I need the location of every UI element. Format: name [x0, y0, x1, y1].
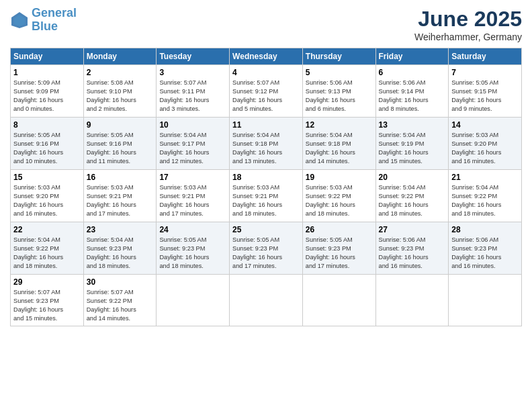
day-info: Sunrise: 5:05 AM Sunset: 9:23 PM Dayligh…: [232, 236, 300, 271]
day-number: 18: [232, 173, 300, 182]
day-info: Sunrise: 5:09 AM Sunset: 9:09 PM Dayligh…: [13, 79, 81, 113]
calendar-day-cell: 7Sunrise: 5:05 AM Sunset: 9:15 PM Daylig…: [449, 65, 522, 118]
logo-general: General: [32, 6, 77, 19]
day-info: Sunrise: 5:06 AM Sunset: 9:23 PM Dayligh…: [451, 236, 519, 271]
day-info: Sunrise: 5:04 AM Sunset: 9:19 PM Dayligh…: [379, 131, 446, 166]
calendar-day-cell: 15Sunrise: 5:03 AM Sunset: 9:20 PM Dayli…: [11, 170, 84, 222]
day-info: Sunrise: 5:05 AM Sunset: 9:23 PM Dayligh…: [306, 236, 373, 271]
day-number: 19: [306, 173, 373, 182]
calendar-day-cell: [449, 275, 522, 326]
calendar-day-cell: [302, 275, 375, 326]
calendar-day-cell: 10Sunrise: 5:04 AM Sunset: 9:17 PM Dayli…: [157, 118, 230, 170]
day-info: Sunrise: 5:03 AM Sunset: 9:20 PM Dayligh…: [451, 131, 519, 166]
location: Weiherhammer, Germany: [414, 32, 522, 42]
header-thursday: Thursday: [302, 48, 375, 65]
day-number: 25: [232, 225, 300, 234]
day-number: 14: [451, 120, 519, 130]
calendar-day-cell: [157, 275, 230, 326]
day-info: Sunrise: 5:04 AM Sunset: 9:17 PM Dayligh…: [159, 131, 226, 166]
day-number: 23: [87, 225, 154, 234]
calendar-day-cell: 8Sunrise: 5:05 AM Sunset: 9:16 PM Daylig…: [11, 118, 84, 170]
calendar-day-cell: 25Sunrise: 5:05 AM Sunset: 9:23 PM Dayli…: [230, 222, 303, 275]
day-info: Sunrise: 5:03 AM Sunset: 9:21 PM Dayligh…: [159, 183, 226, 218]
calendar-day-cell: 22Sunrise: 5:04 AM Sunset: 9:22 PM Dayli…: [11, 222, 84, 275]
day-number: 29: [13, 277, 81, 287]
calendar-day-cell: 4Sunrise: 5:07 AM Sunset: 9:12 PM Daylig…: [230, 65, 303, 118]
header-wednesday: Wednesday: [230, 48, 303, 65]
calendar-day-cell: [375, 275, 449, 326]
day-number: 6: [379, 68, 446, 77]
calendar-day-cell: 18Sunrise: 5:03 AM Sunset: 9:21 PM Dayli…: [230, 170, 303, 222]
logo-icon: [10, 11, 29, 30]
calendar-day-cell: 27Sunrise: 5:06 AM Sunset: 9:23 PM Dayli…: [375, 222, 449, 275]
calendar-day-cell: 21Sunrise: 5:04 AM Sunset: 9:22 PM Dayli…: [449, 170, 522, 222]
day-info: Sunrise: 5:05 AM Sunset: 9:23 PM Dayligh…: [159, 236, 226, 271]
calendar-week-row: 1Sunrise: 5:09 AM Sunset: 9:09 PM Daylig…: [11, 65, 522, 118]
day-number: 10: [159, 120, 226, 130]
calendar-week-row: 15Sunrise: 5:03 AM Sunset: 9:20 PM Dayli…: [11, 170, 522, 222]
calendar-week-row: 22Sunrise: 5:04 AM Sunset: 9:22 PM Dayli…: [11, 222, 522, 275]
calendar-day-cell: 3Sunrise: 5:07 AM Sunset: 9:11 PM Daylig…: [157, 65, 230, 118]
weekday-header-row: Sunday Monday Tuesday Wednesday Thursday…: [11, 48, 522, 65]
day-number: 22: [13, 225, 81, 234]
day-number: 11: [232, 120, 300, 130]
day-number: 20: [379, 173, 446, 182]
calendar-day-cell: 13Sunrise: 5:04 AM Sunset: 9:19 PM Dayli…: [375, 118, 449, 170]
calendar-week-row: 29Sunrise: 5:07 AM Sunset: 9:23 PM Dayli…: [11, 275, 522, 326]
logo-blue: Blue: [32, 19, 58, 33]
day-info: Sunrise: 5:05 AM Sunset: 9:16 PM Dayligh…: [13, 131, 81, 166]
calendar-day-cell: 30Sunrise: 5:07 AM Sunset: 9:22 PM Dayli…: [83, 275, 157, 326]
header-sunday: Sunday: [11, 48, 84, 65]
day-number: 13: [379, 120, 446, 130]
day-info: Sunrise: 5:04 AM Sunset: 9:18 PM Dayligh…: [306, 131, 373, 166]
calendar-day-cell: 12Sunrise: 5:04 AM Sunset: 9:18 PM Dayli…: [302, 118, 375, 170]
calendar-day-cell: 5Sunrise: 5:06 AM Sunset: 9:13 PM Daylig…: [302, 65, 375, 118]
calendar-day-cell: 1Sunrise: 5:09 AM Sunset: 9:09 PM Daylig…: [11, 65, 84, 118]
title-area: June 2025 Weiherhammer, Germany: [414, 7, 522, 42]
day-info: Sunrise: 5:04 AM Sunset: 9:22 PM Dayligh…: [379, 183, 446, 218]
day-info: Sunrise: 5:03 AM Sunset: 9:22 PM Dayligh…: [306, 183, 373, 218]
day-info: Sunrise: 5:04 AM Sunset: 9:22 PM Dayligh…: [13, 236, 81, 271]
day-number: 24: [159, 225, 226, 234]
day-number: 15: [13, 173, 81, 182]
calendar-week-row: 8Sunrise: 5:05 AM Sunset: 9:16 PM Daylig…: [11, 118, 522, 170]
day-info: Sunrise: 5:07 AM Sunset: 9:12 PM Dayligh…: [232, 79, 300, 113]
calendar: Sunday Monday Tuesday Wednesday Thursday…: [10, 48, 522, 326]
calendar-day-cell: 26Sunrise: 5:05 AM Sunset: 9:23 PM Dayli…: [302, 222, 375, 275]
calendar-day-cell: 28Sunrise: 5:06 AM Sunset: 9:23 PM Dayli…: [449, 222, 522, 275]
day-info: Sunrise: 5:06 AM Sunset: 9:14 PM Dayligh…: [379, 79, 446, 113]
day-number: 8: [13, 120, 81, 130]
day-info: Sunrise: 5:06 AM Sunset: 9:23 PM Dayligh…: [379, 236, 446, 271]
header: General Blue June 2025 Weiherhammer, Ger…: [10, 7, 522, 42]
day-number: 17: [159, 173, 226, 182]
day-info: Sunrise: 5:05 AM Sunset: 9:15 PM Dayligh…: [451, 79, 519, 113]
page-container: General Blue June 2025 Weiherhammer, Ger…: [0, 0, 532, 333]
day-number: 21: [451, 173, 519, 182]
day-info: Sunrise: 5:07 AM Sunset: 9:23 PM Dayligh…: [13, 288, 81, 323]
day-number: 28: [451, 225, 519, 234]
day-number: 1: [13, 68, 81, 77]
header-friday: Friday: [375, 48, 449, 65]
calendar-day-cell: 11Sunrise: 5:04 AM Sunset: 9:18 PM Dayli…: [230, 118, 303, 170]
day-info: Sunrise: 5:05 AM Sunset: 9:16 PM Dayligh…: [87, 131, 154, 166]
header-saturday: Saturday: [449, 48, 522, 65]
day-number: 4: [232, 68, 300, 77]
calendar-day-cell: 17Sunrise: 5:03 AM Sunset: 9:21 PM Dayli…: [157, 170, 230, 222]
day-info: Sunrise: 5:03 AM Sunset: 9:21 PM Dayligh…: [232, 183, 300, 218]
logo: General Blue: [10, 7, 77, 34]
calendar-day-cell: 29Sunrise: 5:07 AM Sunset: 9:23 PM Dayli…: [11, 275, 84, 326]
calendar-day-cell: 9Sunrise: 5:05 AM Sunset: 9:16 PM Daylig…: [83, 118, 157, 170]
day-number: 3: [159, 68, 226, 77]
day-info: Sunrise: 5:08 AM Sunset: 9:10 PM Dayligh…: [87, 79, 154, 113]
day-info: Sunrise: 5:06 AM Sunset: 9:13 PM Dayligh…: [306, 79, 373, 113]
header-tuesday: Tuesday: [157, 48, 230, 65]
month-title: June 2025: [414, 7, 522, 32]
header-monday: Monday: [83, 48, 157, 65]
day-number: 7: [451, 68, 519, 77]
day-number: 9: [87, 120, 154, 130]
day-info: Sunrise: 5:03 AM Sunset: 9:20 PM Dayligh…: [13, 183, 81, 218]
day-number: 30: [87, 277, 154, 287]
day-number: 12: [306, 120, 373, 130]
calendar-day-cell: [230, 275, 303, 326]
logo-text: General Blue: [32, 7, 77, 34]
